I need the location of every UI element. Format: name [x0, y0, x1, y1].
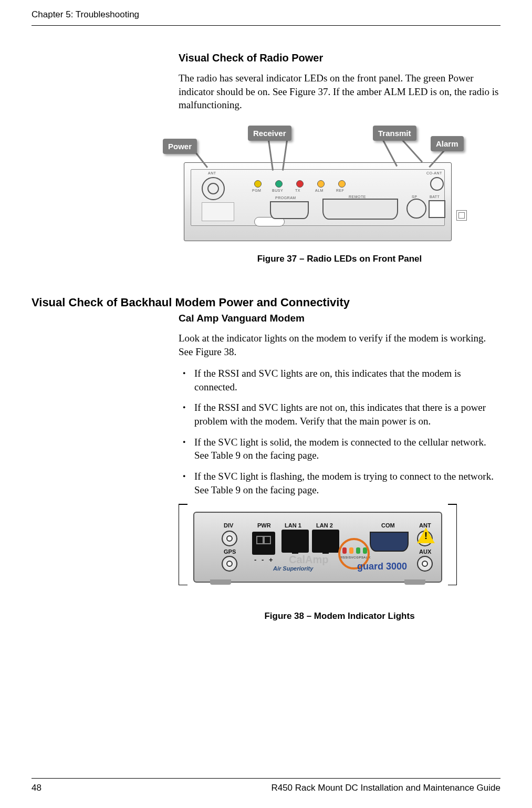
paragraph-radio-power: The radio has several indicator LEDs on …: [179, 71, 500, 112]
label-ref: REF: [336, 189, 345, 192]
figure-37: Power Receiver Transmit Alarm ANT: [179, 120, 500, 264]
page-footer: 48 R450 Rack Mount DC Installation and M…: [32, 778, 500, 793]
power-block-icon: [252, 532, 275, 555]
db25-port-icon: [322, 199, 398, 220]
callout-power: Power: [163, 139, 197, 154]
subheading-calamp: Cal Amp Vanguard Modem: [179, 313, 500, 324]
label-alm: ALM: [315, 189, 324, 192]
list-item: If the RSSI and SVC lights are not on, t…: [192, 401, 500, 428]
tagline-text: Air Superiority: [273, 565, 313, 572]
callout-alarm: Alarm: [431, 136, 464, 151]
speaker-port-icon: [406, 199, 426, 219]
section-heading-backhaul: Visual Check of Backhaul Modem Power and…: [32, 296, 500, 309]
callout-receiver: Receiver: [248, 126, 291, 141]
bracket-left-icon: [179, 504, 184, 585]
brand-text: CalAmp: [289, 554, 329, 566]
label-gps: GPS: [224, 548, 236, 555]
figure-37-caption: Figure 37 – Radio LEDs on Front Panel: [179, 254, 500, 264]
led-busy-icon: [275, 180, 283, 188]
aux-connector-icon: [417, 556, 433, 572]
list-item: If the SVC light is solid, the modem is …: [192, 436, 500, 462]
radio-front-panel: ANT PGM BUSY TX ALM REF PROGRAM REMOTE: [184, 162, 452, 241]
bracket-right-icon: [451, 504, 457, 585]
label-lan1: LAN 1: [285, 522, 301, 529]
db9-port-icon: [270, 201, 309, 219]
label-ant: ANT: [419, 522, 431, 529]
modem-foot-icon: [210, 579, 231, 585]
batt-port-icon: [429, 200, 445, 218]
label-pwr: PWR: [257, 522, 271, 529]
paragraph-modem-intro: Look at the indicator lights on the mode…: [179, 332, 500, 358]
figure-38: DIV PWR LAN 1 LAN 2 COM ANT GPS AUX - - …: [179, 504, 500, 621]
label-program: PROGRAM: [275, 196, 296, 200]
resize-marker-icon: [456, 210, 467, 221]
led-pgm-icon: [254, 180, 262, 188]
led-tx-icon: [296, 180, 304, 188]
modem-foot-icon: [404, 579, 425, 585]
led-ref-icon: [338, 180, 346, 188]
label-com: COM: [381, 522, 395, 529]
callout-transmit: Transmit: [373, 126, 416, 141]
figure-38-caption: Figure 38 – Modem Indicator Lights: [179, 611, 500, 621]
doc-title: R450 Rack Mount DC Installation and Main…: [271, 783, 500, 793]
lan2-port-icon: [312, 530, 339, 553]
label-lan2: LAN 2: [316, 522, 333, 529]
label-tx: TX: [295, 189, 300, 192]
bullet-list: If the RSSI and SVC lights are on, this …: [179, 367, 500, 496]
label-pgm: PGM: [252, 189, 261, 192]
section-heading-radio-power: Visual Check of Radio Power: [179, 52, 500, 64]
list-item: If the SVC light is flashing, the modem …: [192, 470, 500, 496]
led-alm-icon: [317, 180, 325, 188]
polarity-label: - - +: [254, 556, 274, 564]
div-connector-icon: [222, 531, 237, 546]
page-number: 48: [32, 783, 41, 793]
antenna-connector-icon: [202, 177, 225, 200]
lan1-port-icon: [281, 530, 309, 553]
label-div: DIV: [224, 522, 233, 529]
list-item: If the RSSI and SVC lights are on, this …: [192, 367, 500, 393]
model-text: guard 3000: [357, 561, 407, 572]
info-plate-icon: [202, 202, 234, 221]
co-ant-connector-icon: [430, 177, 444, 191]
com-port-icon: [370, 532, 409, 552]
label-remote: REMOTE: [349, 195, 366, 199]
modem-front-panel: DIV PWR LAN 1 LAN 2 COM ANT GPS AUX - - …: [193, 512, 442, 583]
label-sp: SP: [412, 195, 417, 199]
label-batt: BATT: [430, 195, 440, 199]
label-aux: AUX: [419, 548, 431, 555]
label-coant: CO-ANT: [426, 171, 442, 175]
page-header: Chapter 5: Troubleshooting: [32, 9, 500, 26]
gps-connector-icon: [222, 556, 237, 572]
label-ant: ANT: [208, 171, 216, 175]
label-busy: BUSY: [272, 189, 283, 192]
